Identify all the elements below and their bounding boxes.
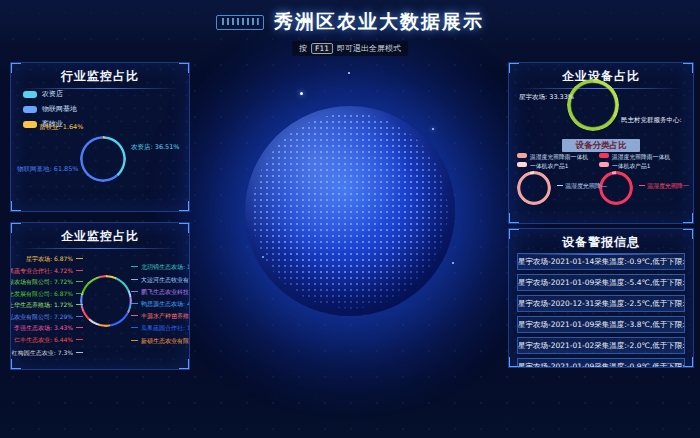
industry-slice-label: 物联网基地: 61.85% <box>17 165 79 174</box>
alarm-row: 星宇农场-2021-01-02采集温度:-2.0℃,低于下限:0℃ <box>517 337 685 354</box>
alarm-row: 星宇农场-2020-12-31采集温度:-2.5℃,低于下限:0℃ <box>517 295 685 312</box>
star-dot <box>300 92 303 95</box>
enterprise-slice-label: 阳光发展有限公司: 6.87% <box>10 290 83 299</box>
legend-swatch <box>23 121 37 128</box>
legend-item[interactable]: 温湿度光照降雨一体机 <box>599 153 670 162</box>
legend-label: 温湿度光照降雨一体机 <box>530 154 588 160</box>
enterprise-slice-label: 鹏飞生态农业科技有限公 <box>131 288 190 297</box>
star-dot <box>348 72 350 74</box>
hint-prefix: 按 <box>299 43 307 54</box>
device-slice-label: 民主村党群服务中心: <box>621 116 682 125</box>
legend-label: 一体机农产品1 <box>530 163 568 169</box>
alarm-row: 星宇农场-2021-01-14采集温度:-0.9℃,低于下限:0℃ <box>517 253 685 270</box>
legend-swatch <box>599 153 609 158</box>
header-logo-badge <box>216 15 264 30</box>
industry-slice-label: 畜牧业: 1.64% <box>39 123 83 132</box>
enterprise-slice-label: 家绿农场有限公司: 7.72% <box>10 278 83 287</box>
corner-accent <box>10 359 21 370</box>
device-donut-chart[interactable] <box>567 79 619 131</box>
enterprise-slice-label: 红超果蔬专业合作社: 4.72% <box>10 267 83 276</box>
enterprise-slice-label: 丰源水产种苗养殖场: 1. <box>131 312 190 321</box>
corner-accent <box>683 213 694 224</box>
legend-swatch <box>517 162 527 167</box>
enterprise-slice-label: 李强生态农场: 3.43% <box>14 324 83 333</box>
legend-item-nongzidian[interactable]: 农资店 <box>23 89 77 99</box>
category-subtitle-bar: 设备分类占比 <box>562 139 640 152</box>
legend-item[interactable]: 一体机农产品1 <box>599 162 670 171</box>
corner-accent <box>179 201 190 212</box>
category-left-pointer-label: 温湿度光照降— <box>557 182 607 191</box>
globe-visualization <box>245 106 455 316</box>
star-dot <box>452 262 454 264</box>
legend-swatch <box>599 162 609 167</box>
legend-swatch <box>517 153 527 158</box>
dashboard: 秀洲区农业大数据展示 按 F11 即可退出全屏模式 行业监控占比 农资店 物联网… <box>0 0 700 438</box>
panel-title-enterprise: 企业监控占比 <box>11 223 189 248</box>
corner-accent <box>179 359 190 370</box>
legend-item[interactable]: 一体机农产品1 <box>517 162 588 171</box>
corner-accent <box>508 213 519 224</box>
enterprise-slice-label: 鸭思源生态农场: 4.29 <box>131 300 190 309</box>
legend-swatch <box>23 91 37 98</box>
legend-swatch <box>23 106 37 113</box>
corner-accent <box>10 201 21 212</box>
industry-donut-chart[interactable] <box>80 136 126 182</box>
panel-title-alarms: 设备警报信息 <box>509 229 693 254</box>
hint-suffix: 即可退出全屏模式 <box>337 43 401 54</box>
alarm-row: 星宇农场-2021-01-09采集温度:-5.4℃,低于下限:0℃ <box>517 274 685 291</box>
header-bar: 秀洲区农业大数据展示 <box>0 0 700 44</box>
panel-enterprise-ratio: 企业监控占比 星宇农场: 6.87% 红超果蔬专业合作社: 4.72% 家绿农场… <box>10 222 190 370</box>
fullscreen-hint: 按 F11 即可退出全屏模式 <box>292 41 408 56</box>
legend-label: 一体机农产品1 <box>612 163 650 169</box>
category-left-donut-chart[interactable] <box>517 171 551 205</box>
legend-label: 农资店 <box>42 89 63 99</box>
alarm-row: 星宇农场-2021-01-09采集温度:-0.9℃,低于下限:0℃ <box>517 358 685 368</box>
legend-item-wulianwang[interactable]: 物联网基地 <box>23 104 77 114</box>
panel-title-industry: 行业监控占比 <box>11 63 189 88</box>
enterprise-slice-label: 瓜果蔬园合作社: 15.02% <box>131 324 190 333</box>
panel-device-alarms: 设备警报信息 星宇农场-2021-01-14采集温度:-0.9℃,低于下限:0℃… <box>508 228 694 368</box>
alarm-row: 星宇农场-2021-01-09采集温度:-3.8℃,低于下限:0℃ <box>517 316 685 333</box>
alarm-list: 星宇农场-2021-01-14采集温度:-0.9℃,低于下限:0℃ 星宇农场-2… <box>517 253 685 368</box>
panel-industry-ratio: 行业监控占比 农资店 物联网基地 畜牧业 畜牧业: 1.64% 农资店: 36.… <box>10 62 190 212</box>
enterprise-slice-label: 红梅园生态农业: 7.3% <box>12 349 83 358</box>
enterprise-slice-label: 仁丰生态农业: 6.44% <box>14 336 83 345</box>
category-right-legend: 温湿度光照降雨一体机 一体机农产品1 <box>599 153 670 170</box>
category-right-pointer-label: 温湿度光照降一 <box>639 182 689 191</box>
page-title: 秀洲区农业大数据展示 <box>274 9 484 35</box>
panel-device-ratio: 企业设备占比 星宇农场: 33.33% 民主村党群服务中心: 设备分类占比 温湿… <box>508 62 694 224</box>
enterprise-slice-label: 新硕生态农业有限公司: 6.87 <box>131 337 190 346</box>
enterprise-slice-label: 北玥锦生态农场: 11.36% <box>131 263 190 272</box>
industry-slice-label: 农资店: 36.51% <box>131 143 180 152</box>
enterprise-slice-label: 上华生态养殖场: 1.72% <box>10 301 83 310</box>
category-left-legend: 温湿度光照降雨一体机 一体机农产品1 <box>517 153 588 170</box>
legend-label: 温湿度光照降雨一体机 <box>612 154 670 160</box>
device-slice-label: 星宇农场: 33.33% <box>519 93 574 102</box>
legend-item[interactable]: 温湿度光照降雨一体机 <box>517 153 588 162</box>
enterprise-slice-label: 大运河生态牧业有限责任公 <box>131 276 190 285</box>
enterprise-slice-label: 星宇农场: 6.87% <box>26 255 83 264</box>
f11-key-badge: F11 <box>311 43 333 54</box>
legend-label: 物联网基地 <box>42 104 77 114</box>
enterprise-donut-chart[interactable] <box>80 275 132 327</box>
star-dot <box>432 128 434 130</box>
enterprise-slice-label: 中弘农业有限公司: 7.29% <box>10 313 83 322</box>
title-divider <box>21 248 179 249</box>
